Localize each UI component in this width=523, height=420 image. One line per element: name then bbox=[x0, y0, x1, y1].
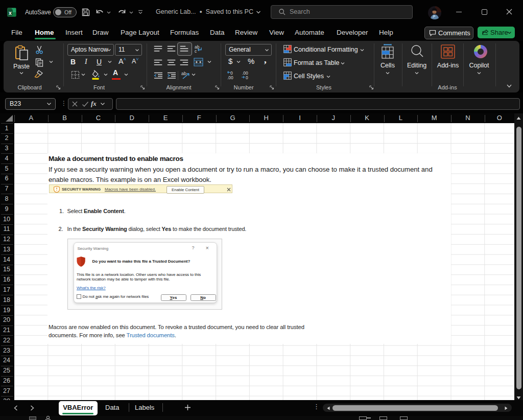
svg-text:ab: ab bbox=[181, 71, 186, 76]
svg-text:x: x bbox=[9, 10, 12, 16]
svg-text:0: 0 bbox=[230, 71, 233, 76]
svg-text:.00: .00 bbox=[227, 75, 233, 80]
svg-text:0: 0 bbox=[246, 75, 248, 80]
svg-text:.00: .00 bbox=[242, 71, 248, 76]
